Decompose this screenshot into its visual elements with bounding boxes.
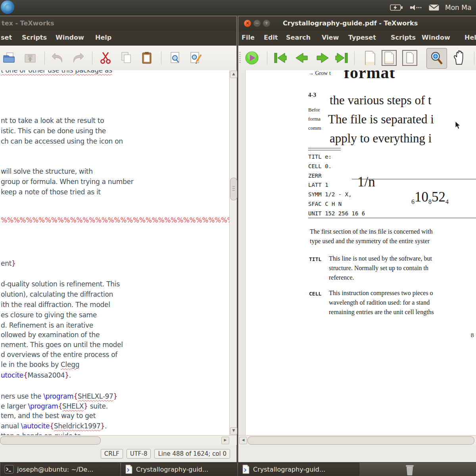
- menu-scripts[interactable]: Scripts: [391, 34, 416, 41]
- menu-search[interactable]: Search: [286, 34, 311, 41]
- battery-icon[interactable]: [390, 4, 404, 12]
- pdf-item-line: remaining entries are the unit cell leng…: [329, 309, 434, 316]
- fit-width-button[interactable]: [362, 50, 378, 66]
- editor-window: tex - TeXworks set Scripts Window Help: [0, 16, 237, 462]
- line-ending-badge[interactable]: CRLF: [101, 449, 123, 459]
- pdf-item-label: TITL: [309, 256, 321, 262]
- editor-text-line: nt to take a look at the result to: [1, 117, 104, 125]
- scroll-left-arrow[interactable]: ◀: [239, 437, 247, 444]
- menu-file[interactable]: File: [242, 34, 255, 41]
- pdf-code-line: SFAC C H N: [308, 201, 342, 207]
- menu-view[interactable]: View: [322, 34, 339, 41]
- paste-button[interactable]: [139, 50, 155, 66]
- next-page-button[interactable]: [315, 50, 330, 66]
- desktop: Mon Ma tex - TeXworks set Scripts Window…: [0, 0, 476, 476]
- pdf-margin-word: comm: [308, 125, 321, 131]
- top-panel: Mon Ma: [0, 0, 476, 15]
- magnifier-tool-button[interactable]: [426, 48, 447, 69]
- editor-text-line: olution), calculating the diffraction: [1, 290, 113, 298]
- encoding-badge[interactable]: UTF-8: [127, 449, 151, 459]
- editor-text-line: will solve the structure, with: [1, 167, 93, 175]
- editor-text-line: e larger \program{SHELX} suite.: [1, 402, 108, 410]
- scroll-right-arrow[interactable]: ▶: [221, 437, 229, 444]
- pdf-paragraph-line: The first section of the ins file is con…: [310, 228, 433, 235]
- maximize-button[interactable]: +: [263, 20, 270, 27]
- volume-icon[interactable]: [409, 4, 423, 12]
- previous-page-button[interactable]: [294, 50, 310, 66]
- pdf-menubar: File Edit Search View Typeset Scripts Wi…: [238, 31, 476, 46]
- open-button[interactable]: [2, 50, 17, 66]
- undo-button[interactable]: [50, 50, 66, 66]
- pdf-page-number: 8: [471, 332, 474, 339]
- first-page-button[interactable]: [273, 50, 288, 66]
- pdf-heading: format: [344, 70, 395, 82]
- last-page-button[interactable]: [334, 50, 349, 66]
- magnified-formula-fragment: 6108524: [411, 189, 449, 205]
- pdf-item-label: CELL: [309, 291, 321, 297]
- pdf-magnified-line: The file is separated i: [328, 112, 434, 127]
- replace-button[interactable]: [188, 50, 204, 66]
- minimize-button[interactable]: −: [253, 20, 261, 27]
- redo-button[interactable]: [70, 50, 86, 66]
- pdf-view[interactable]: → Grow t format 4-3 Beforformacomm the v…: [238, 70, 476, 435]
- menu-window[interactable]: Window: [56, 34, 84, 41]
- cut-button[interactable]: [98, 50, 113, 66]
- pdf-magnified-line: apply to everything i: [330, 131, 432, 146]
- pdf-margin-word: Befor: [308, 107, 320, 113]
- pdf-item-line: structure. Normally set up to contain th: [329, 265, 428, 272]
- cursor-position-badge: Line 488 of 1624; col 0: [154, 449, 230, 459]
- pdf-horizontal-scrollbar[interactable]: ◀: [238, 435, 476, 445]
- actual-size-button[interactable]: [402, 50, 418, 66]
- pdf-titlebar[interactable]: × − + Crystallography-guide.pdf - TeXwor…: [238, 16, 476, 31]
- pdf-code-line: TITL e:: [308, 154, 332, 160]
- menu-help[interactable]: Help: [95, 34, 111, 41]
- copy-button[interactable]: [118, 50, 134, 66]
- find-button[interactable]: [167, 50, 183, 66]
- close-button[interactable]: ×: [244, 20, 251, 27]
- pdf-margin-word: forma: [308, 116, 321, 122]
- menu-typeset[interactable]: Typeset: [348, 34, 376, 41]
- pdf-toolbar: [238, 46, 476, 71]
- horizontal-scrollbar-thumb[interactable]: [0, 436, 101, 445]
- editor-horizontal-scrollbar[interactable]: ▶: [0, 435, 237, 445]
- menu-edit[interactable]: Edit: [264, 34, 278, 41]
- editor-vertical-scrollbar[interactable]: ▲ ▼: [229, 70, 237, 435]
- mail-icon[interactable]: [428, 4, 440, 12]
- fit-window-button[interactable]: [381, 50, 397, 66]
- pdf-item-line: This instruction compresses two pieces o: [329, 290, 433, 297]
- taskbar-item-terminal[interactable]: joseph@ubuntu: ~/De...: [1, 463, 120, 476]
- vertical-scrollbar-thumb[interactable]: [230, 178, 237, 200]
- terminal-icon: [4, 464, 14, 474]
- editor-text-line: group or formula. When trying a number: [1, 178, 133, 186]
- menu-help[interactable]: Help: [464, 34, 476, 41]
- toolbar-grip[interactable]: [239, 52, 241, 64]
- scroll-up-arrow[interactable]: ▲: [230, 71, 237, 78]
- editor-text-line: ith the real diffraction. The model: [1, 301, 110, 309]
- pdf-code-line: ZERR: [308, 173, 322, 179]
- firefox-icon[interactable]: [1, 0, 14, 14]
- menu-window[interactable]: Window: [422, 34, 450, 41]
- pdf-paragraph-line: type used and the symmetry of the entire…: [310, 238, 430, 245]
- taskbar-item-tex-document[interactable]: Crystallography-guid...: [121, 463, 237, 476]
- menu-typeset-partial[interactable]: set: [1, 34, 12, 41]
- pdf-code-line: UNIT 152 256 16 6: [308, 210, 365, 217]
- scroll-down-arrow[interactable]: ▼: [230, 427, 237, 435]
- taskbar-item-label: Crystallography-guid...: [253, 466, 325, 473]
- trash-icon[interactable]: [403, 463, 416, 476]
- magnified-text-fragment: 1/n: [357, 174, 375, 190]
- taskbar-item-label: Crystallography-guid...: [136, 466, 208, 473]
- menu-scripts[interactable]: Scripts: [22, 34, 47, 41]
- pdf-code-line: CELL 0.: [308, 163, 332, 169]
- pdf-page: → Grow t format 4-3 Beforformacomm the v…: [245, 70, 476, 435]
- save-button[interactable]: [22, 50, 38, 66]
- editor-text-line: t one or other use this package as: [1, 70, 112, 74]
- editor-titlebar[interactable]: tex - TeXworks: [0, 16, 236, 31]
- pdf-window: × − + Crystallography-guide.pdf - TeXwor…: [238, 16, 476, 462]
- editor-text-area[interactable]: t one or other use this package asnt to …: [0, 70, 229, 435]
- editor-text-line: nement. This goes on until the model: [1, 341, 123, 349]
- panel-clock[interactable]: Mon Ma: [445, 4, 476, 12]
- hand-tool-button[interactable]: [452, 50, 468, 66]
- typeset-button[interactable]: [244, 50, 260, 66]
- pdf-scrollbar-thumb[interactable]: [248, 436, 474, 445]
- taskbar-item-pdf-document[interactable]: Crystallography-guid...: [238, 463, 359, 476]
